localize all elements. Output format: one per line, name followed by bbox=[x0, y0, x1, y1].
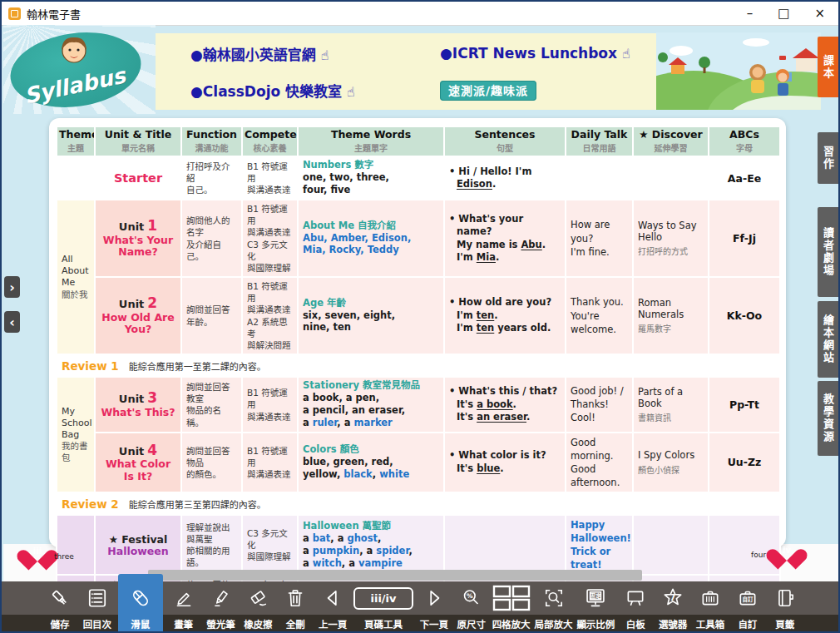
discover-cell bbox=[633, 515, 709, 575]
four-pane-grid-icon bbox=[492, 581, 531, 615]
daily-talk-cell: Good job! / Thanks! Cool! bbox=[566, 377, 633, 433]
maximize-button[interactable]: □ bbox=[778, 7, 789, 20]
display-ratio-button[interactable]: 固定 顯示比例 bbox=[576, 581, 615, 633]
page-number-heart-left: iii bbox=[25, 542, 50, 564]
theme-cell: All About Me關於我 bbox=[57, 200, 95, 354]
usb-save-icon bbox=[49, 581, 71, 615]
function-cell: 詢問並回答物品 的顏色。 bbox=[181, 433, 242, 492]
collapse-panel-arrow[interactable]: ‹ bbox=[4, 311, 20, 333]
original-size-button[interactable]: % 原尺寸 bbox=[455, 581, 488, 633]
quick-test-button[interactable]: 速測派/趣味派 bbox=[440, 81, 536, 101]
bottom-toolbar: 儲存 回目次 滑鼠 畫筆 螢光筆 橡皮擦 全刪 上一頁 bbox=[2, 581, 838, 633]
delete-all-button[interactable]: 全刪 bbox=[279, 581, 312, 633]
syllabus-logo-zone: Syllabus bbox=[3, 25, 156, 114]
review-row: Review 1能綜合應用第一至第二課的內容。 bbox=[57, 354, 780, 377]
discover-cell: Ways to Say Hello打招呼的方式 bbox=[633, 200, 709, 277]
competency-cell: C3 多元文化 與國際理解 bbox=[242, 515, 298, 575]
theme-cell bbox=[57, 156, 95, 200]
whiteboard-button[interactable]: 白板 bbox=[619, 581, 652, 633]
sentences-cell: • What color is it? It's blue. bbox=[444, 433, 566, 492]
abcs-cell: Aa-Ee bbox=[709, 156, 780, 200]
row-starter: Starter 打招呼及介紹 自己。 B1 符號運用 與溝通表達 Numbers… bbox=[57, 156, 780, 200]
close-button[interactable]: × bbox=[814, 7, 825, 20]
boy-face-illustration bbox=[55, 30, 93, 72]
tab-workbook[interactable]: 習作 bbox=[818, 132, 838, 184]
sentences-cell: • Hi / Hello! I'm Edison. bbox=[444, 156, 566, 200]
tab-teaching-resources[interactable]: 教學資源 bbox=[818, 381, 838, 456]
theme-words-cell: About Me 自我介紹Abu, Amber, Edison, Mia, Ro… bbox=[298, 200, 444, 277]
abcs-cell: Kk-Oo bbox=[709, 277, 780, 354]
mouse-tool-button[interactable]: 滑鼠 bbox=[118, 574, 163, 633]
back-to-contents-button[interactable]: 回目次 bbox=[81, 581, 114, 633]
trash-icon bbox=[284, 581, 306, 615]
theme-words-cell: Age 年齡six, seven, eight, nine, ten bbox=[298, 277, 444, 354]
tab-textbook[interactable]: 課本 bbox=[818, 37, 838, 97]
link-hanlin-english-site[interactable]: ●翰林國小英語官網☝ bbox=[190, 43, 440, 64]
competency-cell: B1 符號運用 與溝通表達 C3 多元文化 與國際理解 bbox=[242, 200, 298, 277]
number-picker-button[interactable]: 7 選號器 bbox=[656, 581, 689, 633]
theme-words-cell: Stationery 教室常見物品a book, a pen, a pencil… bbox=[298, 377, 444, 433]
header-theme: Theme主題 bbox=[57, 126, 95, 156]
sentences-cell: • What's this / that? It's a book. It's … bbox=[444, 377, 566, 433]
svg-text:%: % bbox=[467, 592, 473, 600]
custom-button[interactable]: 自訂 自訂 bbox=[731, 581, 764, 633]
banner-link-box: ●翰林國小英語官網☝ ●ICRT News Lunchbox☝ ●ClassDo… bbox=[156, 33, 656, 110]
toolbox-button[interactable]: 工具箱 bbox=[694, 581, 727, 633]
highlighter-tool-button[interactable]: 螢光筆 bbox=[205, 581, 238, 633]
minimize-button[interactable]: – bbox=[747, 7, 754, 20]
whiteboard-icon bbox=[625, 581, 646, 615]
right-triangle-icon bbox=[423, 581, 445, 615]
previous-page-button[interactable]: 上一頁 bbox=[316, 581, 349, 633]
competency-cell: B1 符號運用 與溝通表達 A2 系統思考 與解決問題 bbox=[242, 277, 298, 354]
mouse-icon bbox=[130, 581, 151, 615]
eraser-icon bbox=[247, 581, 269, 615]
page-number-tool[interactable]: iii/iv 頁碼工具 bbox=[353, 581, 413, 633]
next-page-button[interactable]: 下一頁 bbox=[418, 581, 451, 633]
header-discover: ★ Discover延伸學習 bbox=[633, 126, 709, 156]
page-tab-button[interactable]: 頁籤 bbox=[768, 581, 802, 633]
function-cell: 詢問他人的名字 及介紹自己。 bbox=[181, 200, 242, 277]
title-bar: 翰林電子書 – □ × bbox=[2, 2, 838, 26]
daily-talk-cell: Good morning. Good afternoon. bbox=[566, 433, 633, 492]
svg-text:自訂: 自訂 bbox=[742, 596, 754, 603]
pointing-hand-icon: ☝ bbox=[622, 46, 630, 62]
tab-picturebook-site[interactable]: 繪本網站 bbox=[818, 301, 838, 378]
row-festival: ★ FestivalHalloween 理解並說出與萬聖 節相關的用語。 C3 … bbox=[57, 515, 780, 575]
unit-title-cell: Unit4What Color Is It? bbox=[95, 433, 181, 492]
row-unit2: Unit2How Old Are You? 詢問並回答年齡。 B1 符號運用 與… bbox=[57, 277, 780, 354]
window-controls: – □ × bbox=[747, 7, 838, 20]
header-abcs: ABCs字母 bbox=[709, 126, 780, 156]
discover-cell bbox=[633, 156, 709, 200]
pen-tool-button[interactable]: 畫筆 bbox=[167, 581, 200, 633]
countryside-illustration bbox=[656, 32, 821, 110]
sentences-cell bbox=[444, 515, 566, 575]
save-button[interactable]: 儲存 bbox=[43, 581, 77, 633]
header-function: Function溝通功能 bbox=[181, 126, 242, 156]
table-of-contents-icon bbox=[86, 581, 108, 615]
link-icrt-news-lunchbox[interactable]: ●ICRT News Lunchbox☝ bbox=[440, 45, 656, 62]
theme-cell: My School Bag我的書包 bbox=[57, 377, 95, 492]
eraser-tool-button[interactable]: 橡皮擦 bbox=[241, 581, 274, 633]
horizontal-scrollbar[interactable] bbox=[148, 570, 642, 581]
row-unit1: All About Me關於我 Unit1What's Your Name? 詢… bbox=[57, 200, 780, 277]
link-classdojo[interactable]: ●ClassDojo 快樂教室☝ bbox=[190, 80, 440, 101]
unit-title-cell: Unit3What's This? bbox=[95, 377, 181, 433]
theme-words-cell: Colors 顏色blue, green, red, yellow, black… bbox=[298, 433, 444, 492]
zoom-percent-icon: % bbox=[461, 581, 482, 615]
quad-zoom-button[interactable]: 四格放大 bbox=[492, 581, 531, 633]
syllabus-table: Theme主題 Unit & Title單元名稱 Function溝通功能 Co… bbox=[56, 126, 781, 633]
review-row: Review 2能綜合應用第三至第四課的內容。 bbox=[57, 492, 780, 515]
tab-readers-theater[interactable]: 讀者劇場 bbox=[818, 207, 838, 297]
area-zoom-button[interactable]: 局部放大 bbox=[535, 581, 573, 633]
magnifier-brackets-icon bbox=[543, 581, 565, 615]
left-triangle-icon bbox=[322, 581, 343, 615]
row-unit4: Unit4What Color Is It? 詢問並回答物品 的顏色。 B1 符… bbox=[57, 433, 780, 492]
function-cell: 打招呼及介紹 自己。 bbox=[181, 156, 242, 200]
expand-panel-arrow[interactable]: › bbox=[4, 276, 20, 298]
sentences-cell: • How old are you? I'm ten. I'm ten year… bbox=[444, 277, 566, 354]
svg-text:7: 7 bbox=[670, 593, 676, 602]
daily-talk-cell: How are you? I'm fine. bbox=[566, 200, 633, 277]
function-cell: 詢問並回答教室 物品的名稱。 bbox=[181, 377, 242, 433]
sentences-cell: • What's your name? My name is Abu. I'm … bbox=[444, 200, 566, 277]
page-indicator[interactable]: iii/iv bbox=[353, 587, 413, 610]
